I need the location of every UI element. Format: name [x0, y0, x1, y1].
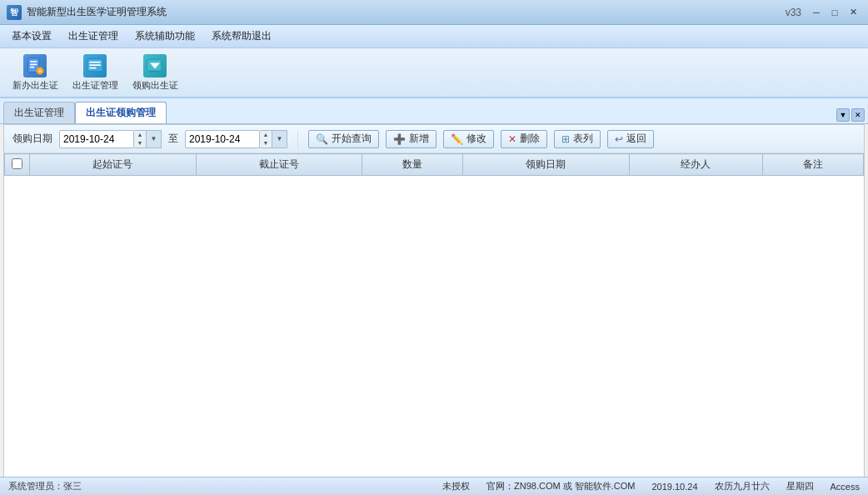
to-separator: 至 [168, 132, 178, 146]
col-header-start: 起始证号 [30, 154, 197, 176]
tab-cert-mgmt[interactable]: 出生证管理 [3, 102, 75, 123]
menu-aux-func[interactable]: 系统辅助功能 [127, 26, 203, 47]
date-to-input[interactable] [185, 130, 260, 148]
status-bar: 系统管理员：张三 未授权 官网：ZN98.COM 或 智能软件.COM 2019… [0, 477, 868, 495]
tab-content-area: 领购日期 ▲ ▼ ▼ 至 ▲ ▼ ▼ 🔍 开始查询 [3, 124, 865, 492]
add-button[interactable]: ➕ 新增 [386, 130, 436, 148]
edit-label: 修改 [466, 132, 486, 146]
menu-cert-mgmt[interactable]: 出生证管理 [60, 26, 127, 47]
app-title: 智能新型出生医学证明管理系统 [27, 5, 786, 19]
date-to-up[interactable]: ▲ [260, 131, 272, 139]
status-weekday: 星期四 [786, 480, 814, 492]
manage-cert-button[interactable]: 出生证管理 [68, 52, 122, 93]
toolbar: + 新办出生证 出生证管理 领购出生证 [0, 48, 868, 98]
add-label: 新增 [409, 132, 429, 146]
svg-rect-7 [89, 61, 101, 62]
date-from-down[interactable]: ▼ [134, 139, 146, 148]
date-to-spin: ▲ ▼ [260, 130, 272, 148]
col-header-end: 截止证号 [196, 154, 362, 176]
date-from-spin: ▲ ▼ [134, 130, 147, 148]
window-controls: ─ □ ✕ [808, 6, 861, 19]
svg-text:+: + [38, 68, 42, 74]
table-container: 起始证号 截止证号 数量 领购日期 经办人 备注 [4, 153, 864, 491]
status-access: Access [831, 482, 860, 492]
minimize-button[interactable]: ─ [808, 6, 825, 19]
data-table: 起始证号 截止证号 数量 领购日期 经办人 备注 [4, 153, 864, 409]
receive-cert-button[interactable]: 领购出生证 [128, 52, 182, 93]
new-cert-icon: + [23, 54, 47, 78]
menu-settings[interactable]: 基本设置 [3, 26, 60, 47]
edit-button[interactable]: ✏️ 修改 [443, 130, 494, 148]
date-to-group: ▲ ▼ ▼ [185, 130, 287, 148]
svg-rect-9 [89, 67, 97, 68]
close-button[interactable]: ✕ [845, 6, 861, 19]
tab-bar: 出生证管理 出生证领购管理 ▼ ✕ [0, 98, 868, 124]
date-to-dropdown[interactable]: ▼ [272, 130, 287, 148]
status-lunar: 农历九月廿六 [715, 480, 770, 492]
table-row [5, 176, 864, 409]
tab-cert-receive[interactable]: 出生证领购管理 [75, 102, 167, 123]
status-date: 2019.10.24 [651, 482, 697, 492]
col-header-remark: 备注 [762, 154, 863, 176]
col-header-handler: 经办人 [629, 154, 762, 176]
new-cert-button[interactable]: + 新办出生证 [8, 52, 62, 93]
col-header-qty: 数量 [362, 154, 463, 176]
tab-close-btn[interactable]: ✕ [851, 108, 865, 122]
main-content: 出生证管理 出生证领购管理 ▼ ✕ 领购日期 ▲ ▼ ▼ 至 ▲ [0, 98, 868, 495]
status-website: 官网：ZN98.COM 或 智能软件.COM [486, 480, 635, 492]
columns-button[interactable]: ⊞ 表列 [554, 130, 601, 148]
title-bar: 智 智能新型出生医学证明管理系统 v33 ─ □ ✕ [0, 0, 868, 25]
columns-icon: ⊞ [561, 133, 570, 145]
new-cert-label: 新办出生证 [12, 79, 58, 92]
app-version: v33 [786, 7, 801, 18]
select-all-checkbox[interactable] [12, 158, 22, 169]
back-label: 返回 [626, 132, 646, 146]
date-from-input[interactable] [59, 130, 134, 148]
search-label: 开始查询 [332, 132, 372, 146]
receive-cert-label: 领购出生证 [132, 79, 178, 92]
menu-help-exit[interactable]: 系统帮助退出 [203, 26, 280, 47]
svg-rect-3 [30, 66, 34, 68]
date-to-down[interactable]: ▼ [260, 139, 272, 148]
add-icon: ➕ [393, 133, 406, 145]
filter-separator [297, 131, 298, 148]
status-user: 系统管理员：张三 [8, 480, 82, 492]
edit-icon: ✏️ [451, 133, 463, 145]
filter-bar: 领购日期 ▲ ▼ ▼ 至 ▲ ▼ ▼ 🔍 开始查询 [4, 125, 864, 153]
col-header-checkbox [5, 154, 30, 176]
col-header-date: 领购日期 [463, 154, 630, 176]
manage-cert-label: 出生证管理 [72, 79, 118, 92]
delete-icon: ✕ [508, 133, 516, 145]
back-icon: ↩ [615, 133, 623, 145]
date-label: 领购日期 [12, 132, 52, 146]
date-from-up[interactable]: ▲ [134, 131, 146, 139]
maximize-button[interactable]: □ [826, 6, 843, 19]
date-from-dropdown[interactable]: ▼ [147, 130, 162, 148]
search-icon: 🔍 [316, 133, 328, 145]
date-from-group: ▲ ▼ ▼ [59, 130, 162, 148]
menu-bar: 基本设置 出生证管理 系统辅助功能 系统帮助退出 [0, 25, 868, 48]
table-body [5, 176, 864, 409]
delete-button[interactable]: ✕ 删除 [501, 130, 547, 148]
delete-label: 删除 [520, 132, 540, 146]
back-button[interactable]: ↩ 返回 [607, 130, 654, 148]
search-button[interactable]: 🔍 开始查询 [308, 130, 379, 148]
svg-rect-8 [89, 64, 101, 66]
svg-rect-2 [30, 63, 37, 65]
status-auth: 未授权 [442, 480, 470, 492]
svg-rect-1 [30, 61, 37, 62]
columns-label: 表列 [573, 132, 593, 146]
svg-rect-12 [149, 71, 161, 72]
manage-cert-icon [83, 54, 107, 78]
app-icon: 智 [7, 5, 22, 20]
receive-cert-icon [143, 54, 167, 78]
tab-nav-arrow[interactable]: ▼ [836, 108, 850, 122]
